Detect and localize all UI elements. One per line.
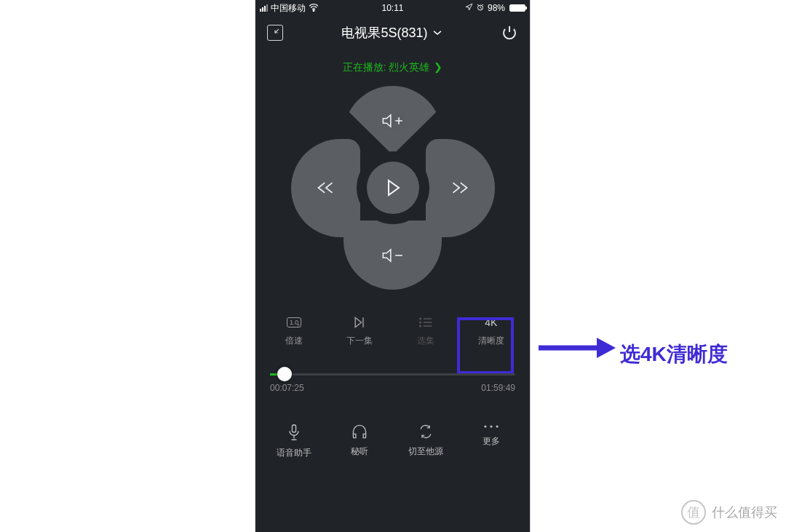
switch-source-button[interactable]: 切至他源	[397, 424, 455, 459]
episodes-label: 选集	[417, 335, 434, 347]
alarm-icon	[476, 3, 485, 14]
header: 电视果5S(831)	[255, 16, 530, 49]
progress-area: 00:07:25 01:59:49	[255, 352, 530, 393]
rewind-button[interactable]	[291, 139, 360, 237]
time-current: 00:07:25	[270, 383, 304, 393]
svg-point-4	[419, 325, 421, 327]
device-name: 电视果5S(831)	[341, 24, 427, 41]
now-playing-prefix: 正在播放:	[343, 61, 386, 73]
list-icon	[418, 316, 433, 329]
now-playing-link[interactable]: 正在播放: 烈火英雄 ❯	[255, 49, 530, 83]
svg-rect-5	[293, 425, 296, 432]
annotation-text: 选4K清晰度	[620, 341, 728, 368]
battery-icon	[509, 4, 525, 12]
voice-label: 语音助手	[277, 447, 311, 459]
status-time: 10:11	[381, 3, 403, 13]
next-episode-button[interactable]: 下一集	[333, 310, 386, 352]
episodes-button[interactable]: 选集	[400, 310, 452, 352]
chevron-right-icon: ❯	[434, 61, 442, 73]
progress-thumb[interactable]	[277, 367, 292, 381]
play-button[interactable]	[367, 162, 419, 214]
quality-button[interactable]: 4K 清晰度	[465, 310, 517, 352]
next-label: 下一集	[346, 335, 373, 347]
next-icon	[352, 315, 367, 330]
signal-icon	[260, 4, 268, 12]
device-dropdown[interactable]: 电视果5S(831)	[341, 24, 442, 41]
svg-point-0	[313, 9, 314, 11]
status-bar: 中国移动 10:11 98%	[255, 0, 530, 16]
quality-label: 清晰度	[478, 335, 504, 347]
annotation-arrow	[536, 335, 616, 361]
listen-label: 秘听	[351, 445, 368, 458]
chevron-down-icon	[432, 29, 442, 36]
carrier-label: 中国移动	[271, 2, 306, 15]
more-label: 更多	[483, 435, 500, 448]
watermark-badge: 值	[681, 500, 706, 525]
svg-marker-10	[597, 338, 616, 358]
watermark-text: 什么值得买	[712, 504, 777, 521]
switch-icon	[418, 424, 434, 440]
voice-assistant-button[interactable]: 语音助手	[265, 424, 323, 459]
controls-row: 1.0 倍速 下一集 选集 4K 清晰度	[255, 310, 530, 352]
collapse-icon[interactable]	[267, 25, 283, 41]
now-playing-title: 烈火英雄	[389, 61, 429, 73]
more-button[interactable]: 更多	[462, 424, 520, 459]
mic-icon	[286, 424, 302, 441]
speed-value: 1.0	[287, 317, 302, 327]
source-label: 切至他源	[408, 445, 443, 458]
svg-point-3	[419, 322, 421, 323]
svg-point-7	[490, 425, 492, 427]
dpad-center-ring	[357, 151, 429, 224]
forward-button[interactable]	[426, 139, 495, 237]
private-listen-button[interactable]: 秘听	[330, 424, 389, 459]
svg-point-6	[484, 425, 486, 427]
progress-track[interactable]	[270, 373, 515, 376]
wifi-icon	[309, 3, 319, 14]
speed-button[interactable]: 1.0 倍速	[268, 310, 320, 352]
speed-label: 倍速	[285, 335, 303, 347]
battery-pct: 98%	[488, 3, 505, 13]
bottom-row: 语音助手 秘听 切至他源 更多	[255, 424, 530, 459]
phone-screen: 中国移动 10:11 98% 电视果5S(831)	[255, 0, 531, 532]
power-button[interactable]	[501, 24, 518, 41]
quality-value: 4K	[485, 317, 497, 328]
svg-point-8	[496, 425, 498, 427]
headphones-icon	[351, 424, 368, 440]
svg-point-2	[419, 318, 421, 319]
time-total: 01:59:49	[481, 383, 515, 393]
watermark: 值 什么值得买	[681, 500, 777, 525]
more-icon	[483, 424, 499, 429]
location-icon	[465, 3, 473, 13]
dpad	[291, 86, 495, 290]
